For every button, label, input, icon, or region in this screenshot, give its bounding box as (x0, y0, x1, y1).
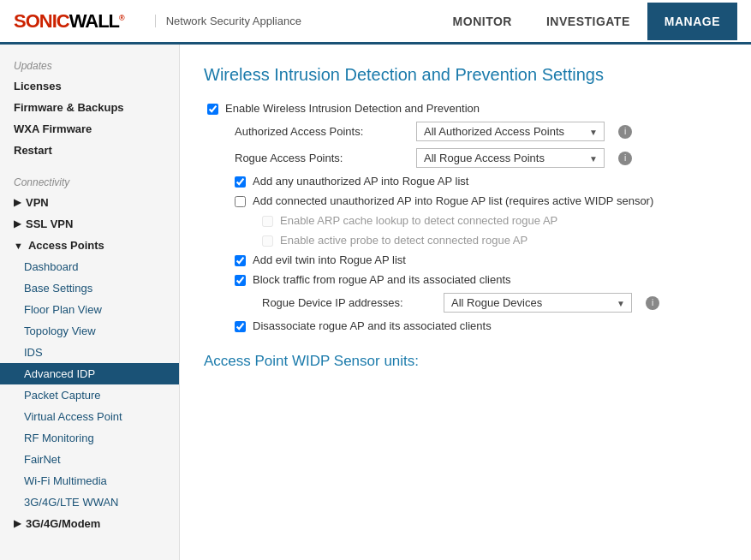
logo-area: SONICWALL® (14, 10, 124, 33)
disassociate-row: Disassociate rogue AP and its associated… (235, 319, 724, 332)
sidebar-item-base-settings[interactable]: Base Settings (0, 277, 179, 299)
sidebar-item-virtual-ap[interactable]: Virtual Access Point (0, 406, 179, 427)
sidebar-section-connectivity: Connectivity (0, 168, 179, 192)
sidebar-item-firmware-backups[interactable]: Firmware & Backups (0, 97, 179, 118)
authorized-ap-row: Authorized Access Points: All Authorized… (235, 122, 724, 141)
evil-twin-label: Add evil twin into Rogue AP list (253, 253, 406, 266)
add-connected-checkbox[interactable] (235, 196, 246, 207)
block-traffic-checkbox[interactable] (235, 275, 246, 286)
sidebar-item-packet-capture[interactable]: Packet Capture (0, 384, 179, 406)
sidebar-item-fairnet[interactable]: FairNet (0, 449, 179, 470)
authorized-ap-label: Authorized Access Points: (235, 125, 406, 138)
rogue-ap-select-wrapper: All Rogue Access Points Selected (416, 148, 605, 168)
evil-twin-checkbox[interactable] (235, 255, 246, 266)
nav-manage[interactable]: MANAGE (647, 3, 737, 40)
authorized-ap-select[interactable]: All Authorized Access Points Selected (416, 122, 605, 141)
page-title: Wireless Intrusion Detection and Prevent… (204, 65, 724, 85)
disassociate-checkbox[interactable] (235, 321, 246, 332)
arp-cache-checkbox[interactable] (262, 216, 273, 227)
form-section: Enable Wireless Intrusion Detection and … (204, 102, 724, 332)
block-traffic-label: Block traffic from rogue AP and its asso… (253, 273, 511, 286)
sidebar-item-floor-plan[interactable]: Floor Plan View (0, 299, 179, 320)
active-probe-checkbox[interactable] (262, 235, 273, 247)
vpn-arrow-icon: ▶ (14, 197, 21, 208)
authorized-ap-info-icon[interactable]: i (618, 125, 632, 139)
sidebar-item-topology[interactable]: Topology View (0, 320, 179, 342)
sidebar-item-dashboard[interactable]: Dashboard (0, 256, 179, 277)
sidebar-item-rf-monitoring[interactable]: RF Monitoring (0, 427, 179, 449)
logo: SONICWALL® (14, 10, 124, 33)
rogue-ap-select[interactable]: All Rogue Access Points Selected (416, 148, 605, 168)
rogue-device-label: Rogue Device IP addresses: (262, 296, 433, 309)
header: SONICWALL® Network Security Appliance MO… (0, 0, 751, 45)
rogue-ap-row: Rogue Access Points: All Rogue Access Po… (235, 148, 724, 168)
rogue-ap-label: Rogue Access Points: (235, 152, 406, 164)
enable-label: Enable Wireless Intrusion Detection and … (225, 102, 480, 115)
active-probe-label: Enable active probe to detect connected … (280, 234, 527, 247)
add-unauthorized-checkbox[interactable] (235, 176, 246, 188)
ssl-vpn-arrow-icon: ▶ (14, 218, 21, 229)
appliance-name: Network Security Appliance (155, 15, 301, 27)
layout: Updates Licenses Firmware & Backups WXA … (0, 45, 751, 560)
add-connected-label: Add connected unauthorized AP into Rogue… (253, 194, 653, 207)
rogue-device-row: Rogue Device IP addresses: All Rogue Dev… (262, 293, 724, 313)
rogue-device-select[interactable]: All Rogue Devices Selected (444, 293, 632, 313)
modem-arrow-icon: ▶ (14, 518, 21, 529)
main-content: Wireless Intrusion Detection and Prevent… (180, 45, 751, 560)
sidebar-item-3g4g-modem[interactable]: ▶ 3G/4G/Modem (0, 513, 179, 534)
sidebar-item-wxa-firmware[interactable]: WXA Firmware (0, 118, 179, 140)
rogue-device-info-icon[interactable]: i (646, 296, 659, 310)
sidebar-item-vpn[interactable]: ▶ VPN (0, 192, 179, 213)
active-probe-row: Enable active probe to detect connected … (262, 234, 724, 247)
sidebar-section-updates: Updates (0, 51, 179, 75)
logo-trademark: ® (119, 13, 124, 21)
sidebar: Updates Licenses Firmware & Backups WXA … (0, 45, 180, 560)
arp-cache-label: Enable ARP cache lookup to detect connec… (280, 214, 557, 227)
nav-links: MONITOR INVESTIGATE MANAGE (436, 3, 737, 40)
add-unauthorized-row: Add any unauthorized AP into Rogue AP li… (235, 175, 724, 188)
sidebar-item-wifi-multimedia[interactable]: Wi-Fi Multimedia (0, 470, 179, 491)
sensor-title: Access Point WIDP Sensor units: (204, 353, 724, 370)
disassociate-label: Disassociate rogue AP and its associated… (253, 319, 492, 332)
access-points-arrow-icon: ▼ (14, 241, 23, 251)
sidebar-item-licenses[interactable]: Licenses (0, 75, 179, 97)
sidebar-item-ssl-vpn[interactable]: ▶ SSL VPN (0, 213, 179, 235)
enable-row: Enable Wireless Intrusion Detection and … (207, 102, 724, 115)
sidebar-item-access-points[interactable]: ▼ Access Points (0, 235, 179, 256)
arp-cache-row: Enable ARP cache lookup to detect connec… (262, 214, 724, 227)
sidebar-item-restart[interactable]: Restart (0, 140, 179, 161)
authorized-ap-select-wrapper: All Authorized Access Points Selected (416, 122, 605, 141)
sidebar-item-ids[interactable]: IDS (0, 342, 179, 363)
rogue-device-select-wrapper: All Rogue Devices Selected (444, 293, 632, 313)
nav-investigate[interactable]: INVESTIGATE (529, 3, 647, 40)
evil-twin-row: Add evil twin into Rogue AP list (235, 253, 724, 266)
sidebar-item-advanced-idp[interactable]: Advanced IDP (0, 363, 179, 384)
nav-monitor[interactable]: MONITOR (436, 3, 529, 40)
sidebar-item-3g4g-wwan[interactable]: 3G/4G/LTE WWAN (0, 491, 179, 513)
add-unauthorized-label: Add any unauthorized AP into Rogue AP li… (253, 175, 468, 188)
enable-checkbox[interactable] (207, 104, 218, 115)
add-connected-row: Add connected unauthorized AP into Rogue… (235, 194, 724, 207)
block-traffic-row: Block traffic from rogue AP and its asso… (235, 273, 724, 286)
sidebar-divider (0, 161, 179, 168)
rogue-ap-info-icon[interactable]: i (618, 152, 632, 165)
